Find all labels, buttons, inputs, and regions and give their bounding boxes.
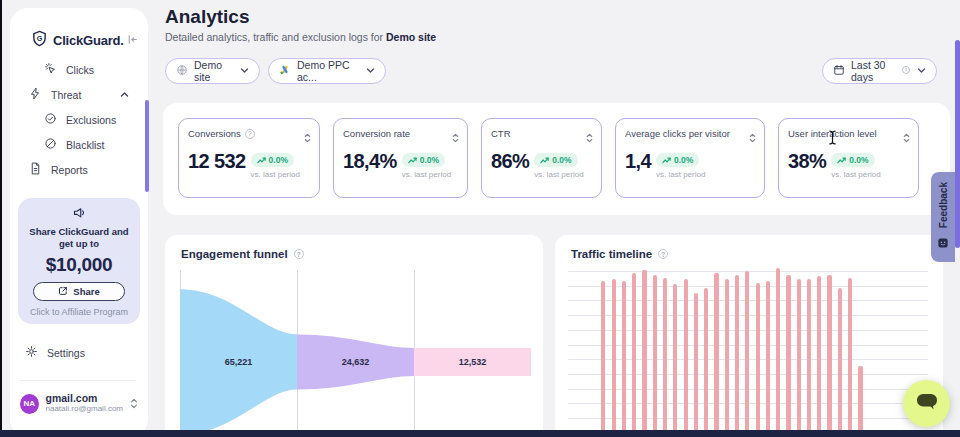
sort-icon[interactable] xyxy=(749,129,756,147)
sidebar: G ClickGuard. Clicks xyxy=(10,8,148,437)
chevron-down-icon xyxy=(240,65,249,77)
timeline-bar xyxy=(786,275,790,432)
sidebar-item-label: Reports xyxy=(51,164,88,176)
timeline-bar xyxy=(756,283,760,432)
timeline-bar xyxy=(745,271,749,432)
clock-icon xyxy=(901,65,911,77)
funnel-chart: 65,22124,63212,532 xyxy=(180,270,531,437)
stat-caption: vs. last period xyxy=(251,170,300,179)
timeline-chart xyxy=(568,268,930,432)
stat-card-interaction-level[interactable]: User interaction level 38% 0.0% vs. last… xyxy=(778,118,919,198)
timeline-bar xyxy=(714,273,718,432)
stat-label: Average clicks per visitor xyxy=(625,128,730,139)
stat-label: Conversions xyxy=(188,128,241,139)
stat-value: 1,4 xyxy=(625,150,651,172)
account-switcher[interactable]: NA gmail.com naatali.ro@gmail.com xyxy=(20,393,138,414)
ppc-account-dropdown[interactable]: Demo PPC ac... xyxy=(268,58,386,84)
date-range-dropdown[interactable]: Last 30 days xyxy=(822,58,937,84)
ban-icon xyxy=(44,137,57,152)
timeline-chart-title: Traffic timeline xyxy=(571,248,652,260)
date-range-value: Last 30 days xyxy=(851,59,895,83)
sidebar-item-threat[interactable]: Threat xyxy=(29,87,129,102)
timeline-bar xyxy=(766,281,770,432)
timeline-bar xyxy=(725,279,729,432)
account-name: gmail.com xyxy=(46,393,123,404)
trend-up-icon xyxy=(662,156,671,164)
sidebar-divider xyxy=(20,380,136,381)
trend-up-icon xyxy=(408,156,417,164)
avatar: NA xyxy=(20,394,39,414)
page-subtitle: Detailed analytics, traffic and exclusio… xyxy=(165,31,436,43)
info-icon[interactable]: ? xyxy=(245,129,255,139)
stat-caption: vs. last period xyxy=(831,170,880,179)
sidebar-item-label: Blacklist xyxy=(66,139,105,151)
sidebar-item-label: Clicks xyxy=(66,64,94,76)
page-subtitle-text: Detailed analytics, traffic and exclusio… xyxy=(165,31,383,43)
trend-up-icon xyxy=(540,156,549,164)
feedback-tab[interactable]: Feedback xyxy=(931,172,955,262)
external-link-icon xyxy=(58,286,68,298)
change-value: 0.0% xyxy=(552,155,571,165)
change-badge: 0.0% xyxy=(402,153,445,167)
account-email: naatali.ro@gmail.com xyxy=(46,404,123,414)
stat-value: 18,4% xyxy=(343,150,397,172)
sidebar-item-exclusions[interactable]: Exclusions xyxy=(44,112,116,127)
sidebar-item-reports[interactable]: Reports xyxy=(29,162,88,177)
timeline-bar xyxy=(622,281,626,432)
sort-icon[interactable] xyxy=(452,129,459,147)
sort-icon[interactable] xyxy=(903,129,910,147)
timeline-bar xyxy=(827,275,831,432)
window-edge-left xyxy=(0,0,2,437)
sort-icon[interactable] xyxy=(586,129,593,147)
svg-text:24,632: 24,632 xyxy=(342,357,370,367)
change-badge: 0.0% xyxy=(251,153,294,167)
stat-value: 86% xyxy=(491,150,529,172)
affiliate-promo-card[interactable]: Share ClickGuard and get up to $10,000 S… xyxy=(18,198,140,324)
stats-panel: Conversions ? 12 532 0.0% vs. last perio… xyxy=(163,103,950,215)
sidebar-item-settings[interactable]: Settings xyxy=(25,345,85,360)
sidebar-item-blacklist[interactable]: Blacklist xyxy=(44,137,105,152)
stat-card-ctr[interactable]: CTR 86% 0.0% vs. last period xyxy=(481,118,602,198)
timeline-bar xyxy=(848,278,852,432)
stat-caption: vs. last period xyxy=(402,170,451,179)
timeline-bar xyxy=(653,275,657,432)
timeline-bar xyxy=(632,273,636,432)
site-filter-dropdown[interactable]: Demo site xyxy=(165,58,260,84)
sidebar-item-clicks[interactable]: Clicks xyxy=(44,62,94,77)
window-edge-bottom xyxy=(0,430,960,437)
timeline-bar xyxy=(601,281,605,432)
sort-icon[interactable] xyxy=(304,129,311,147)
stat-card-conversions[interactable]: Conversions ? 12 532 0.0% vs. last perio… xyxy=(178,118,320,198)
chevron-down-icon xyxy=(917,65,926,77)
change-badge: 0.0% xyxy=(656,153,699,167)
timeline-bar xyxy=(776,268,780,432)
chat-launcher-button[interactable] xyxy=(903,380,950,427)
app-window: G ClickGuard. Clicks xyxy=(0,0,960,437)
feedback-icon xyxy=(938,234,948,252)
timeline-bar xyxy=(694,293,698,432)
timeline-bars xyxy=(591,268,863,432)
help-icon[interactable]: ? xyxy=(658,249,668,259)
logo: G ClickGuard. xyxy=(31,30,124,51)
timeline-bar xyxy=(797,279,801,432)
page-scrollbar[interactable] xyxy=(955,40,960,248)
calendar-icon xyxy=(833,64,845,78)
stat-card-avg-clicks[interactable]: Average clicks per visitor 1,4 0.0% vs. … xyxy=(615,118,765,198)
shield-logo-icon: G xyxy=(31,30,48,51)
collapse-sidebar-icon[interactable] xyxy=(126,32,139,50)
help-icon[interactable]: ? xyxy=(294,249,304,259)
share-button[interactable]: Share xyxy=(33,282,125,301)
change-value: 0.0% xyxy=(849,155,868,165)
change-value: 0.0% xyxy=(674,155,693,165)
change-badge: 0.0% xyxy=(831,153,874,167)
sidebar-scrollbar[interactable] xyxy=(145,100,149,192)
stat-card-conversion-rate[interactable]: Conversion rate 18,4% 0.0% vs. last peri… xyxy=(333,118,468,198)
stat-label: CTR xyxy=(491,128,511,139)
page-title: Analytics xyxy=(165,6,249,28)
sidebar-item-label: Threat xyxy=(51,89,81,101)
chat-bubble-icon xyxy=(915,392,939,416)
sidebar-item-label: Exclusions xyxy=(66,114,116,126)
ppc-account-value: Demo PPC ac... xyxy=(297,59,360,83)
svg-text:12,532: 12,532 xyxy=(459,357,487,367)
megaphone-icon xyxy=(72,206,87,223)
